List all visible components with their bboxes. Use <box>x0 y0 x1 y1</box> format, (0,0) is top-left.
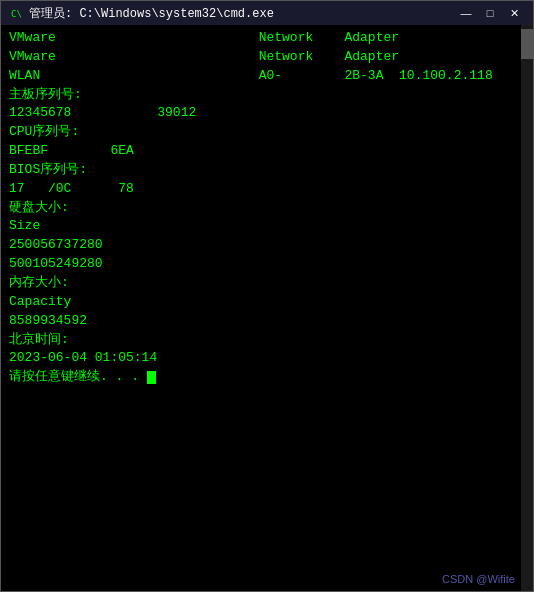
cursor-blink <box>147 371 156 384</box>
terminal-line: 硬盘大小: <box>9 199 525 218</box>
scrollbar[interactable] <box>521 25 533 591</box>
watermark: CSDN @Wifite <box>442 573 515 585</box>
terminal-line: 12345678 39012 <box>9 104 525 123</box>
terminal-line: BFEBF 6EA <box>9 142 525 161</box>
terminal-line: Size <box>9 217 525 236</box>
terminal-line: CPU序列号: <box>9 123 525 142</box>
terminal-line: 8589934592 <box>9 312 525 331</box>
terminal-line: VMware Network Adapter <box>9 48 525 67</box>
minimize-button[interactable]: — <box>455 4 477 22</box>
terminal-line: VMware Network Adapter <box>9 29 525 48</box>
terminal-line: BIOS序列号: <box>9 161 525 180</box>
scrollbar-thumb[interactable] <box>521 29 533 59</box>
terminal-line: 内存大小: <box>9 274 525 293</box>
terminal-line: 500105249280 <box>9 255 525 274</box>
svg-text:C\: C\ <box>11 9 22 19</box>
terminal-line: 北京时间: <box>9 331 525 350</box>
terminal-line: 请按任意键继续. . . <box>9 368 525 387</box>
terminal-line: WLAN A0- 2B-3A 10.100.2.118 <box>9 67 525 86</box>
terminal-line: Capacity <box>9 293 525 312</box>
cmd-icon: C\ <box>9 6 23 20</box>
terminal-line: 主板序列号: <box>9 86 525 105</box>
terminal-line: 250056737280 <box>9 236 525 255</box>
title-bar-text: 管理员: C:\Windows\system32\cmd.exe <box>29 5 455 22</box>
terminal-line: 2023-06-04 01:05:14 <box>9 349 525 368</box>
window-controls: — □ ✕ <box>455 4 525 22</box>
close-button[interactable]: ✕ <box>503 4 525 22</box>
terminal-content: VMware Network AdapterVMware Network Ada… <box>1 25 533 591</box>
maximize-button[interactable]: □ <box>479 4 501 22</box>
title-bar: C\ 管理员: C:\Windows\system32\cmd.exe — □ … <box>1 1 533 25</box>
terminal-lines: VMware Network AdapterVMware Network Ada… <box>9 29 525 387</box>
cmd-window: C\ 管理员: C:\Windows\system32\cmd.exe — □ … <box>0 0 534 592</box>
terminal-line: 17 /0C 78 <box>9 180 525 199</box>
